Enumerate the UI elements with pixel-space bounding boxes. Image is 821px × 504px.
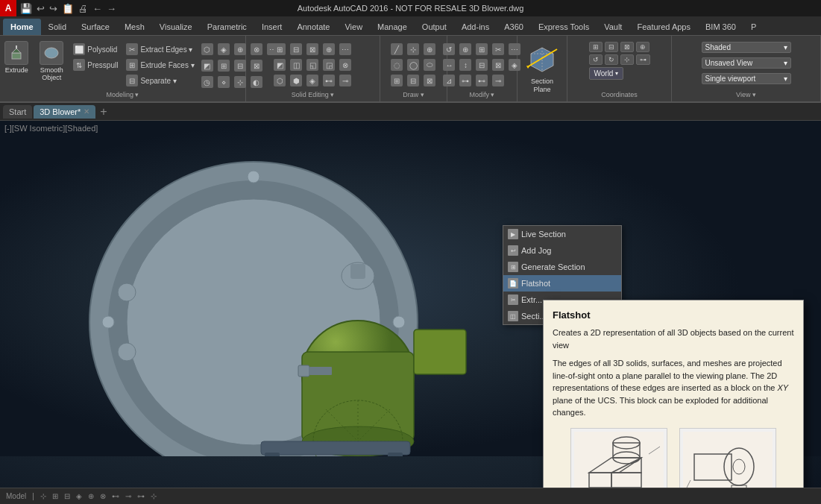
d4[interactable]: ◌ — [389, 57, 404, 72]
extract-edges-button[interactable]: ✂ Extract Edges ▾ — [123, 42, 197, 57]
tab-start[interactable]: Start — [3, 105, 32, 119]
mesh-icon6[interactable]: ◩ — [200, 58, 215, 73]
m6[interactable]: ↔ — [441, 57, 456, 72]
mesh-icon8[interactable]: ⊟ — [233, 58, 248, 73]
d5[interactable]: ◯ — [406, 57, 421, 72]
status-dyn[interactable]: ⊸ — [125, 492, 131, 500]
tab-parametric[interactable]: Parametric — [200, 19, 254, 35]
tab-manage[interactable]: Manage — [370, 19, 415, 35]
extrude-button[interactable]: Extrude — [0, 39, 33, 76]
se9[interactable]: ◲ — [321, 57, 336, 72]
qa-back[interactable]: ← — [91, 2, 104, 15]
se4[interactable]: ⊕ — [321, 42, 336, 57]
tab-solid[interactable]: Solid — [41, 19, 74, 35]
m4[interactable]: ✂ — [491, 42, 506, 57]
d1[interactable]: ╱ — [389, 42, 404, 57]
qa-redo[interactable]: ↪ — [48, 2, 59, 15]
separate-button[interactable]: ⊟ Separate ▾ — [123, 73, 197, 88]
status-grid[interactable]: ⊞ — [52, 492, 58, 500]
status-polar[interactable]: ◈ — [76, 492, 82, 500]
mesh-icon1[interactable]: ⬡ — [200, 42, 215, 57]
m13[interactable]: ⊷ — [474, 73, 489, 88]
m1[interactable]: ↺ — [441, 42, 456, 57]
polysolid-button[interactable]: ⬜ Polysolid — [70, 42, 121, 57]
tab-view[interactable]: View — [337, 19, 370, 35]
shaded-select[interactable]: Shaded ▾ — [702, 42, 791, 53]
tab-home[interactable]: Home — [3, 19, 41, 35]
m11[interactable]: ⊿ — [441, 73, 456, 88]
se10[interactable]: ⊗ — [338, 57, 353, 72]
mesh-icon2[interactable]: ◈ — [216, 42, 231, 57]
qa-copy[interactable]: 📋 — [60, 2, 75, 15]
se2[interactable]: ⊟ — [289, 42, 303, 57]
dropdown-generate-section[interactable]: ⊞ Generate Section — [503, 259, 621, 275]
se13[interactable]: ◈ — [305, 73, 320, 88]
tab-mesh[interactable]: Mesh — [117, 19, 152, 35]
m3[interactable]: ⊞ — [474, 42, 489, 57]
se8[interactable]: ◱ — [305, 57, 320, 72]
se15[interactable]: ⊸ — [338, 73, 353, 88]
m8[interactable]: ⊟ — [474, 57, 489, 72]
presspull-button[interactable]: ⇅ Presspull — [70, 57, 121, 72]
tab-insert[interactable]: Insert — [254, 19, 290, 35]
mesh-icon7[interactable]: ⊞ — [216, 58, 231, 73]
status-tp[interactable]: ⊹ — [151, 492, 157, 500]
mesh-icon12[interactable]: ⊹ — [233, 75, 248, 89]
d8[interactable]: ⊟ — [406, 73, 421, 88]
tab-a360[interactable]: A360 — [497, 19, 531, 35]
mesh-icon10[interactable]: ◷ — [200, 75, 215, 89]
m2[interactable]: ⊕ — [458, 42, 473, 57]
dropdown-add-jog[interactable]: ↩ Add Jog — [503, 242, 621, 259]
status-osnap[interactable]: ⊕ — [88, 492, 94, 500]
coord-btn2[interactable]: ⊟ — [605, 42, 618, 52]
tab-vault[interactable]: Vault — [597, 19, 629, 35]
d2[interactable]: ⊹ — [406, 42, 421, 57]
viewport-select[interactable]: Single viewport ▾ — [702, 73, 791, 84]
qa-forward[interactable]: → — [105, 2, 118, 15]
m12[interactable]: ⊶ — [458, 73, 473, 88]
status-otrack[interactable]: ⊗ — [100, 492, 106, 500]
ribbon-group-section-plane[interactable]: SectionPlane — [518, 36, 567, 101]
se11[interactable]: ⬡ — [272, 73, 287, 88]
se12[interactable]: ⬢ — [289, 73, 303, 88]
tab-3d-blower[interactable]: 3D Blower* ✕ — [34, 105, 95, 119]
new-tab-button[interactable]: + — [97, 105, 110, 119]
m9[interactable]: ⊠ — [491, 57, 506, 72]
status-snap[interactable]: ⊹ — [40, 492, 46, 500]
qa-print[interactable]: 🖨 — [77, 2, 89, 15]
coord-btn5[interactable]: ↺ — [589, 54, 603, 65]
tab-annotate[interactable]: Annotate — [289, 19, 337, 35]
tab-express-tools[interactable]: Express Tools — [531, 19, 597, 35]
d7[interactable]: ⊞ — [389, 73, 404, 88]
se1[interactable]: ⊞ — [272, 42, 287, 57]
se6[interactable]: ◩ — [272, 57, 287, 72]
tab-visualize[interactable]: Visualize — [152, 19, 200, 35]
tab-bim360[interactable]: BIM 360 — [698, 19, 743, 35]
tab-surface[interactable]: Surface — [74, 19, 117, 35]
coord-btn8[interactable]: ⊶ — [636, 54, 650, 65]
coord-btn1[interactable]: ⊞ — [589, 42, 603, 52]
mesh-icon11[interactable]: ⋄ — [216, 75, 231, 89]
tab-output[interactable]: Output — [415, 19, 454, 35]
status-ducs[interactable]: ⊷ — [112, 492, 119, 500]
se7[interactable]: ◫ — [289, 57, 303, 72]
world-dropdown[interactable]: World ▾ — [589, 67, 624, 80]
d9[interactable]: ⊠ — [422, 73, 437, 88]
unsaved-view-select[interactable]: Unsaved View ▾ — [702, 57, 791, 69]
se14[interactable]: ⊷ — [321, 73, 336, 88]
qa-undo[interactable]: ↩ — [35, 2, 46, 15]
m7[interactable]: ↕ — [458, 57, 473, 72]
dropdown-flatshot[interactable]: 📄 Flatshot — [503, 275, 621, 292]
d6[interactable]: ⬭ — [422, 57, 437, 72]
d3[interactable]: ⊕ — [422, 42, 437, 57]
qa-save[interactable]: 💾 — [19, 2, 34, 15]
status-lw[interactable]: ⊶ — [137, 492, 145, 500]
tab-featured-apps[interactable]: Featured Apps — [629, 19, 698, 35]
status-ortho[interactable]: ⊟ — [64, 492, 70, 500]
coord-btn4[interactable]: ⊕ — [636, 42, 649, 52]
tab-p[interactable]: P — [743, 19, 764, 35]
canvas-area[interactable]: [-][SW Isometric][Shaded] ▶ Live Section… — [0, 121, 821, 488]
coord-btn3[interactable]: ⊠ — [620, 42, 634, 52]
mesh-icon3[interactable]: ⊕ — [233, 42, 248, 57]
m14[interactable]: ⊸ — [491, 73, 506, 88]
